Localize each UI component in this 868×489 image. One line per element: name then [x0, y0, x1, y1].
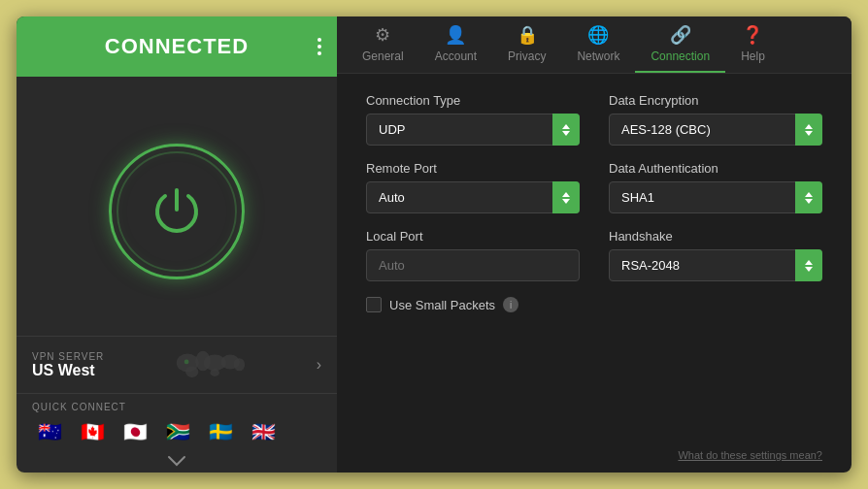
tab-network[interactable]: 🌐 Network: [561, 16, 635, 73]
small-packets-row: Use Small Packets i: [366, 297, 580, 312]
flag-uk[interactable]: 🇬🇧: [246, 418, 281, 445]
left-panel: CONNECTED VPN SERVER US West: [17, 16, 337, 473]
quick-connect-label: QUICK CONNECT: [32, 402, 321, 412]
tab-help[interactable]: ❓ Help: [725, 16, 781, 73]
connection-header: CONNECTED: [17, 16, 337, 77]
power-button-area: [109, 77, 245, 336]
tab-privacy-label: Privacy: [508, 49, 546, 63]
flag-sweden[interactable]: 🇸🇪: [203, 418, 238, 445]
remote-port-wrapper: Auto 1194 443 80: [366, 181, 580, 213]
small-packets-checkbox[interactable]: [366, 297, 382, 312]
connection-icon: 🔗: [670, 24, 691, 46]
connection-type-select[interactable]: UDP TCP: [366, 114, 580, 146]
quick-connect-section: QUICK CONNECT 🇦🇺 🇨🇦 🇯🇵 🇿🇦 🇸🇪 🇬🇧: [17, 393, 337, 449]
svg-point-6: [185, 367, 198, 377]
svg-point-7: [210, 369, 218, 376]
encryption-label: Data Encryption: [609, 93, 822, 108]
vpn-server-selector[interactable]: VPN SERVER US West ›: [17, 336, 337, 393]
connection-type-wrapper: UDP TCP: [366, 114, 580, 146]
tab-bar: ⚙ General 👤 Account 🔒 Privacy 🌐 Network …: [337, 16, 851, 74]
flag-row: 🇦🇺 🇨🇦 🇯🇵 🇿🇦 🇸🇪 🇬🇧: [32, 418, 321, 445]
privacy-icon: 🔒: [517, 24, 538, 46]
encryption-select[interactable]: AES-128 (CBC) AES-256 (CBC) None: [609, 114, 822, 146]
remote-port-select[interactable]: Auto 1194 443 80: [366, 181, 580, 213]
right-panel: ⚙ General 👤 Account 🔒 Privacy 🌐 Network …: [337, 16, 851, 473]
tab-privacy[interactable]: 🔒 Privacy: [492, 16, 561, 73]
settings-content: Connection Type UDP TCP Remote Port: [337, 74, 851, 441]
flag-canada[interactable]: 🇨🇦: [75, 418, 110, 445]
local-port-input[interactable]: [366, 249, 580, 281]
auth-wrapper: SHA1 SHA256 None: [609, 181, 822, 213]
handshake-wrapper: RSA-2048 RSA-4096 ECC: [609, 249, 822, 281]
tab-connection-label: Connection: [651, 49, 710, 63]
tab-help-label: Help: [741, 49, 765, 63]
bottom-bar: What do these settings mean?: [337, 441, 851, 473]
app-container: CONNECTED VPN SERVER US West: [17, 16, 851, 473]
auth-group: Data Authentication SHA1 SHA256 None: [609, 161, 822, 213]
encryption-wrapper: AES-128 (CBC) AES-256 (CBC) None: [609, 114, 822, 146]
tab-account-label: Account: [435, 49, 477, 63]
tab-general-label: General: [362, 49, 404, 63]
account-icon: 👤: [445, 24, 466, 46]
remote-port-group: Remote Port Auto 1194 443 80: [366, 161, 580, 213]
tab-network-label: Network: [577, 49, 619, 63]
connection-type-label: Connection Type: [366, 93, 580, 108]
remote-port-label: Remote Port: [366, 161, 580, 176]
power-button[interactable]: [109, 144, 245, 279]
world-map: [174, 346, 247, 383]
chevron-right-icon: ›: [317, 356, 321, 374]
flag-south-africa[interactable]: 🇿🇦: [160, 418, 195, 445]
power-icon: [148, 182, 206, 241]
vpn-server-label: VPN SERVER: [32, 351, 104, 362]
settings-link[interactable]: What do these settings mean?: [678, 449, 822, 461]
more-options-button[interactable]: [317, 38, 321, 55]
help-icon: ❓: [742, 24, 763, 46]
connection-type-group: Connection Type UDP TCP: [366, 93, 580, 146]
auth-select[interactable]: SHA1 SHA256 None: [609, 181, 822, 213]
flag-australia[interactable]: 🇦🇺: [32, 418, 67, 445]
handshake-select[interactable]: RSA-2048 RSA-4096 ECC: [609, 249, 822, 281]
encryption-group: Data Encryption AES-128 (CBC) AES-256 (C…: [609, 93, 822, 146]
col2: Data Encryption AES-128 (CBC) AES-256 (C…: [609, 93, 822, 340]
handshake-label: Handshake: [609, 229, 822, 244]
tab-general[interactable]: ⚙ General: [347, 16, 419, 73]
col1: Connection Type UDP TCP Remote Port: [366, 93, 580, 340]
svg-point-8: [184, 360, 189, 365]
local-port-label: Local Port: [366, 229, 580, 244]
tab-account[interactable]: 👤 Account: [419, 16, 492, 73]
handshake-group: Handshake RSA-2048 RSA-4096 ECC: [609, 229, 822, 281]
small-packets-info-icon[interactable]: i: [503, 297, 518, 312]
connection-status: CONNECTED: [105, 34, 249, 59]
chevron-down-icon: [167, 455, 186, 467]
flag-japan[interactable]: 🇯🇵: [117, 418, 152, 445]
vpn-server-name: US West: [32, 362, 104, 379]
tab-connection[interactable]: 🔗 Connection: [635, 16, 725, 73]
network-icon: 🌐: [587, 24, 609, 46]
small-packets-label: Use Small Packets: [389, 298, 495, 312]
expand-button[interactable]: [17, 449, 337, 473]
vpn-server-info: VPN SERVER US West: [32, 351, 104, 379]
general-icon: ⚙: [375, 24, 390, 46]
svg-point-5: [234, 358, 245, 371]
auth-label: Data Authentication: [609, 161, 822, 176]
local-port-group: Local Port: [366, 229, 580, 281]
